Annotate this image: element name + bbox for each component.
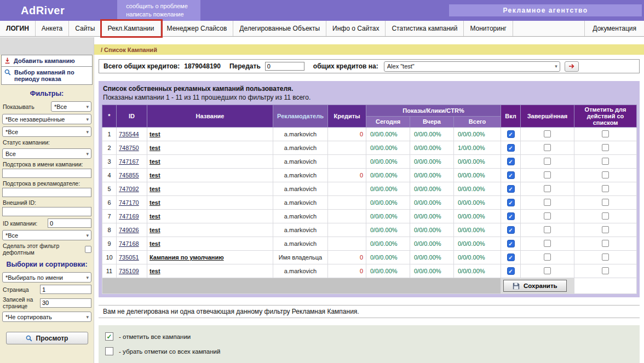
enabled-checkbox[interactable]: [507, 130, 515, 138]
finished-checkbox[interactable]: [544, 226, 551, 233]
finished-checkbox[interactable]: [544, 144, 551, 151]
nav-tab[interactable]: Статистика кампаний: [386, 21, 464, 36]
unfinished-select[interactable]: *Все незавершённые ▾: [2, 114, 91, 124]
enabled-checkbox[interactable]: [507, 185, 515, 193]
substring-name-input[interactable]: [2, 169, 91, 178]
campaign-id-link[interactable]: 747168: [119, 240, 139, 247]
mark-checkbox[interactable]: [602, 130, 609, 137]
finished-checkbox[interactable]: [544, 212, 551, 220]
campaign-id-link[interactable]: 747167: [119, 158, 139, 165]
mark-checkbox[interactable]: [602, 144, 609, 151]
page-input[interactable]: [40, 285, 91, 294]
filter-all-select[interactable]: *Все ▾: [2, 230, 91, 240]
campaign-name-link[interactable]: test: [150, 213, 160, 220]
view-button[interactable]: Просмотр: [6, 332, 88, 344]
write-wish-link[interactable]: написать пожелание: [126, 10, 192, 19]
nav-tab[interactable]: ЛОГИН: [0, 21, 36, 36]
campaign-id-link[interactable]: 748750: [119, 145, 139, 151]
enabled-checkbox[interactable]: [507, 212, 515, 220]
nav-tab[interactable]: Рекл.Кампании: [102, 21, 161, 36]
legend-section: - отметить все кампании - убрать отметки…: [99, 325, 640, 363]
nav-tab[interactable]: Мониторинг: [464, 21, 513, 36]
recipient-select[interactable]: Alex "test" ▾: [384, 61, 560, 72]
finished-checkbox[interactable]: [544, 253, 551, 261]
col-header-credits: Кредиты: [328, 105, 366, 128]
campaign-name-link[interactable]: test: [150, 199, 160, 206]
finished-checkbox[interactable]: [544, 185, 551, 192]
mark-checkbox[interactable]: [602, 212, 609, 220]
external-id-input[interactable]: [2, 207, 91, 216]
mark-checkbox[interactable]: [602, 199, 609, 206]
finished-checkbox[interactable]: [544, 171, 551, 178]
campaign-id-link[interactable]: 749026: [119, 227, 139, 233]
col-header-name[interactable]: Название: [147, 105, 273, 128]
enabled-checkbox[interactable]: [507, 226, 515, 234]
default-filter-checkbox[interactable]: [85, 246, 91, 253]
campaign-id-link[interactable]: 747170: [119, 199, 139, 206]
campaign-name-link[interactable]: test: [150, 186, 160, 192]
col-header-advertiser[interactable]: Рекламодатель: [273, 105, 328, 128]
report-problem-link[interactable]: сообщить о проблеме: [126, 2, 192, 10]
campaign-name-link[interactable]: test: [150, 268, 160, 274]
table-row: 4 745855 test a.markovich 0 0/0/0.00% 0/…: [102, 169, 637, 182]
mark-checkbox[interactable]: [602, 158, 609, 165]
campaign-name-link[interactable]: test: [150, 145, 160, 151]
mark-checkbox[interactable]: [602, 185, 609, 192]
nav-tab[interactable]: Делегированные Объекты: [233, 21, 326, 36]
add-campaign-button[interactable]: Добавить кампанию: [1, 55, 93, 67]
finished-checkbox[interactable]: [544, 240, 551, 247]
mark-checkbox[interactable]: [602, 240, 609, 247]
enabled-checkbox[interactable]: [507, 240, 515, 247]
campaign-name-link[interactable]: test: [150, 227, 160, 233]
campaign-id-link[interactable]: 745855: [119, 172, 139, 178]
all-select[interactable]: *Все ▾: [2, 126, 91, 137]
nav-tab[interactable]: Инфо о Сайтах: [326, 21, 386, 36]
enabled-checkbox[interactable]: [507, 171, 515, 179]
finished-checkbox[interactable]: [544, 130, 551, 137]
check-all-checkbox[interactable]: [105, 332, 113, 341]
transfer-amount-input[interactable]: [265, 62, 304, 71]
campaign-id-link[interactable]: 735544: [119, 131, 139, 137]
mark-checkbox[interactable]: [602, 267, 609, 274]
records-per-page-input[interactable]: [40, 298, 91, 308]
nav-tab-documentation[interactable]: Документация: [584, 21, 644, 36]
col-header-total: Всего: [454, 116, 501, 128]
enabled-checkbox[interactable]: [507, 144, 515, 152]
finished-checkbox[interactable]: [544, 158, 551, 165]
select-by-name-select[interactable]: *Выбирать по имени ▾: [2, 272, 91, 283]
campaign-id-input[interactable]: [48, 218, 91, 228]
save-button[interactable]: Сохранить: [503, 280, 567, 292]
show-select[interactable]: *Все ▾: [51, 101, 91, 112]
nav-tab[interactable]: Менеджер Слайсов: [161, 21, 234, 36]
enabled-checkbox[interactable]: [507, 267, 515, 275]
col-header-id[interactable]: ID: [117, 105, 147, 128]
campaign-name-link[interactable]: test: [150, 158, 160, 165]
campaign-name-link[interactable]: test: [150, 131, 160, 137]
credits: [328, 182, 366, 196]
mark-checkbox[interactable]: [602, 253, 609, 261]
substring-adv-input[interactable]: [2, 188, 91, 197]
campaign-id-link[interactable]: 735109: [119, 268, 139, 274]
status-select[interactable]: Все ▾: [2, 148, 91, 159]
enabled-checkbox[interactable]: [507, 199, 515, 206]
finished-checkbox[interactable]: [544, 267, 551, 274]
campaign-id-link[interactable]: 735051: [119, 254, 139, 261]
campaign-name-link[interactable]: test: [150, 240, 160, 247]
default-filter-label: Сделать этот фильтр дефолтным: [3, 243, 83, 256]
select-by-period-button[interactable]: Выбор кампаний по периоду показа: [1, 66, 93, 85]
campaign-name-link[interactable]: test: [150, 172, 160, 178]
transfer-submit-button[interactable]: [565, 61, 579, 72]
finished-checkbox[interactable]: [544, 199, 551, 206]
enabled-checkbox[interactable]: [507, 158, 515, 165]
uncheck-all-checkbox[interactable]: [105, 347, 113, 355]
nav-tab[interactable]: Анкета: [36, 21, 69, 36]
mark-checkbox[interactable]: [602, 171, 609, 178]
campaign-id-link[interactable]: 747092: [119, 186, 139, 192]
nav-tab[interactable]: Сайты: [69, 21, 101, 36]
enabled-checkbox[interactable]: [507, 253, 515, 261]
sort-select[interactable]: *Не сортировать ▾: [2, 312, 91, 322]
campaign-id-link[interactable]: 747169: [119, 213, 139, 220]
recipient-select-value: Alex "test": [387, 63, 415, 70]
mark-checkbox[interactable]: [602, 226, 609, 233]
campaign-name-link[interactable]: Кампания по умолчанию: [150, 254, 224, 261]
